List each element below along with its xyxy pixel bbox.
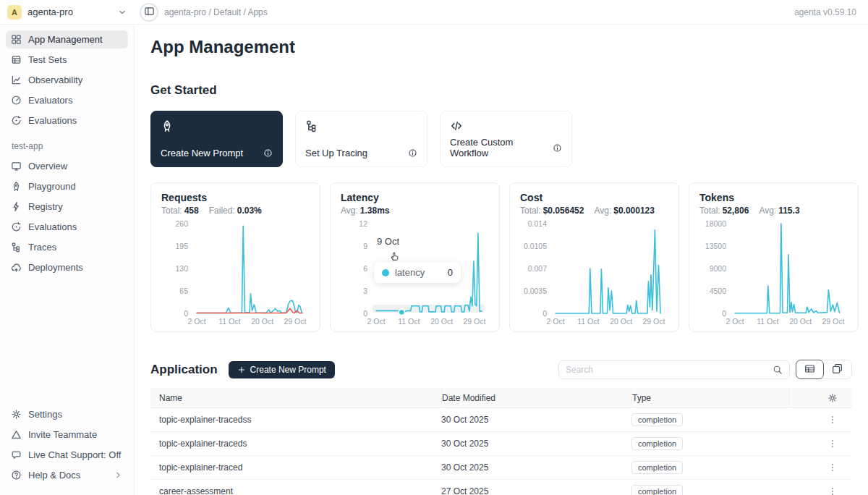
sidebar-item-test-sets[interactable]: Test Sets bbox=[6, 51, 128, 69]
sidebar-app-item-playground[interactable]: Playground bbox=[6, 177, 128, 195]
sidebar-item-app-management[interactable]: App Management bbox=[6, 30, 128, 48]
sidebar-item-label: Observability bbox=[28, 75, 82, 85]
chart-stat: Total:458 bbox=[161, 206, 199, 216]
info-icon bbox=[553, 143, 562, 153]
row-menu-kebab-icon[interactable] bbox=[827, 439, 838, 449]
svg-text:29 Oct: 29 Oct bbox=[822, 317, 844, 326]
chart-stats: Avg:1.38ms bbox=[341, 206, 489, 216]
applications-table: NameDate ModifiedType topic-explainer-tr… bbox=[150, 388, 852, 495]
chart-stat: Avg:$0.000123 bbox=[594, 206, 655, 216]
svg-text:195: 195 bbox=[175, 242, 188, 250]
chart-title: Cost bbox=[520, 192, 668, 203]
sidebar-item-label: Evaluators bbox=[28, 95, 72, 106]
app-date-modified: 30 Oct 2025 bbox=[441, 462, 631, 473]
table-row[interactable]: topic-explainer-traceds30 Oct 2025comple… bbox=[150, 432, 852, 456]
sidebar-toggle-button[interactable] bbox=[140, 3, 158, 22]
svg-text:0.007: 0.007 bbox=[528, 264, 547, 273]
chart-card-requests: RequestsTotal:458Failed:0.03%06513019526… bbox=[150, 182, 320, 332]
svg-text:130: 130 bbox=[175, 264, 188, 273]
create-new-prompt-label: Create New Prompt bbox=[250, 365, 326, 375]
sidebar-item-observability[interactable]: Observability bbox=[6, 71, 128, 89]
sidebar-section-label: test-app bbox=[9, 141, 125, 151]
observability-icon bbox=[11, 75, 22, 85]
sidebar-spacer bbox=[6, 279, 128, 405]
svg-text:2 Oct: 2 Oct bbox=[546, 317, 564, 326]
info-icon bbox=[263, 148, 273, 158]
column-header-date-modified[interactable]: Date Modified bbox=[441, 388, 631, 407]
get-started-card-set-up-tracing[interactable]: Set Up Tracing bbox=[295, 111, 427, 167]
sidebar-item-evaluations[interactable]: Evaluations bbox=[6, 111, 128, 130]
sidebar-item-label: App Management bbox=[28, 34, 103, 45]
view-toggle bbox=[796, 360, 852, 379]
version-label: agenta v0.59.10 bbox=[794, 7, 868, 17]
chart-stat: Avg:115.3 bbox=[759, 206, 799, 216]
sidebar-item-label: Help & Docs bbox=[28, 470, 80, 481]
workspace-avatar: A bbox=[7, 5, 22, 20]
sidebar-item-live-chat-support-off[interactable]: Live Chat Support: Off bbox=[6, 446, 128, 464]
table-row[interactable]: topic-explainer-tracedss30 Oct 2025compl… bbox=[150, 408, 852, 432]
sidebar-app-item-evaluations[interactable]: Evaluations bbox=[6, 218, 128, 236]
table-view-button[interactable] bbox=[796, 360, 824, 379]
search-input[interactable] bbox=[566, 365, 773, 375]
app-root: A agenta-pro agenta-pro / Default / Apps… bbox=[0, 0, 868, 495]
sidebar-app-item-registry[interactable]: Registry bbox=[6, 198, 128, 216]
chart-plot-tokens: 04500900013500180002 Oct11 Oct20 Oct29 O… bbox=[699, 219, 848, 329]
sidebar-item-invite-teammate[interactable]: Invite Teammate bbox=[6, 426, 128, 444]
chart-stat: Avg:1.38ms bbox=[341, 206, 390, 216]
card-view-icon bbox=[832, 363, 843, 376]
table-row[interactable]: career-assessment27 Oct 2025completion bbox=[150, 480, 852, 495]
table-row[interactable]: topic-explainer-traced30 Oct 2025complet… bbox=[150, 456, 852, 480]
svg-text:3: 3 bbox=[363, 287, 367, 295]
row-menu-kebab-icon[interactable] bbox=[827, 415, 838, 425]
column-header-type[interactable]: Type bbox=[631, 388, 788, 407]
svg-text:11 Oct: 11 Oct bbox=[398, 317, 420, 326]
svg-text:0.0035: 0.0035 bbox=[524, 287, 547, 295]
sidebar-item-help-docs[interactable]: Help & Docs bbox=[6, 466, 128, 484]
sidebar-item-evaluators[interactable]: Evaluators bbox=[6, 91, 128, 109]
svg-text:20 Oct: 20 Oct bbox=[789, 317, 812, 326]
traces-icon bbox=[11, 242, 22, 253]
svg-text:2 Oct: 2 Oct bbox=[187, 317, 205, 326]
workspace-switcher[interactable]: A agenta-pro bbox=[0, 5, 135, 20]
search-icon bbox=[773, 365, 783, 375]
svg-text:20 Oct: 20 Oct bbox=[251, 317, 273, 326]
svg-text:18000: 18000 bbox=[705, 219, 726, 228]
table-header: NameDate ModifiedType bbox=[150, 388, 852, 408]
workspace-name: agenta-pro bbox=[27, 7, 111, 17]
chart-stats: Total:$0.056452Avg:$0.000123 bbox=[520, 206, 668, 216]
chart-title: Requests bbox=[161, 192, 310, 203]
sidebar-app-item-overview[interactable]: Overview bbox=[6, 157, 128, 175]
table-settings-gear-icon[interactable] bbox=[827, 393, 838, 403]
svg-text:0.014: 0.014 bbox=[528, 219, 547, 228]
gauge-icon bbox=[11, 95, 22, 106]
sidebar-app-item-deployments[interactable]: Deployments bbox=[6, 258, 128, 276]
sidebar-app-item-traces[interactable]: Traces bbox=[6, 238, 128, 256]
svg-text:29 Oct: 29 Oct bbox=[463, 317, 485, 326]
svg-text:0: 0 bbox=[722, 309, 726, 318]
chart-stats: Total:52,806Avg:115.3 bbox=[699, 206, 848, 216]
code-icon bbox=[450, 119, 562, 132]
sidebar-item-label: Evaluations bbox=[28, 115, 77, 126]
chevron-right-icon bbox=[114, 470, 123, 480]
lightning-icon bbox=[11, 201, 22, 212]
create-new-prompt-button[interactable]: Create New Prompt bbox=[229, 361, 335, 378]
plus-icon bbox=[237, 365, 246, 374]
plus-icon bbox=[237, 365, 246, 374]
gear-icon bbox=[11, 409, 22, 420]
card-view-button[interactable] bbox=[823, 360, 851, 378]
row-menu-kebab-icon[interactable] bbox=[827, 462, 838, 473]
search-icon[interactable] bbox=[773, 365, 783, 375]
get-started-card-create-custom-workflow[interactable]: Create Custom Workflow bbox=[440, 111, 572, 167]
row-menu-kebab-icon[interactable] bbox=[827, 486, 838, 495]
chart-card-tokens: TokensTotal:52,806Avg:115.30450090001350… bbox=[689, 182, 859, 332]
app-date-modified: 30 Oct 2025 bbox=[441, 415, 631, 425]
get-started-card-create-new-prompt[interactable]: Create New Prompt bbox=[150, 111, 283, 167]
svg-text:0: 0 bbox=[184, 309, 188, 318]
column-header-name[interactable]: Name bbox=[150, 388, 441, 407]
svg-text:65: 65 bbox=[179, 287, 188, 295]
type-badge: completion bbox=[631, 437, 683, 450]
page-title: App Management bbox=[150, 36, 852, 58]
sidebar-item-settings[interactable]: Settings bbox=[6, 405, 128, 423]
rocket-icon bbox=[11, 181, 22, 192]
svg-text:11 Oct: 11 Oct bbox=[577, 317, 599, 326]
